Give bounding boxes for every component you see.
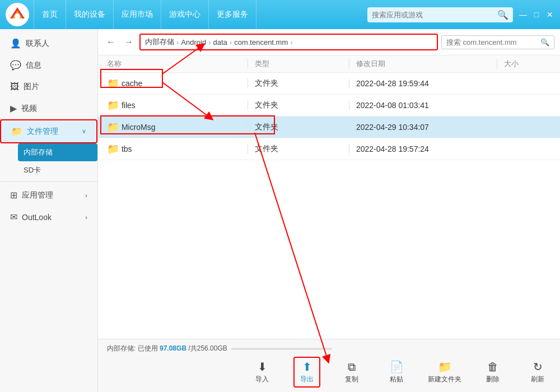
storage-bar-bg — [231, 348, 332, 350]
close-button[interactable]: ✕ — [545, 10, 554, 19]
delete-button[interactable]: 🗑 删除 — [479, 361, 506, 384]
file-search[interactable]: 🔍 — [441, 35, 554, 49]
messages-icon: 💬 — [10, 60, 21, 71]
table-row[interactable]: 📁 files 文件夹 2022-04-08 01:03:41 — [98, 95, 560, 116]
file-type-cache: 文件夹 — [248, 78, 349, 88]
file-name-micromsg: 📁 MicroMsg — [107, 121, 248, 133]
app-logo — [6, 3, 29, 26]
sidebar: 👤 联系人 💬 信息 🖼 图片 ▶ 视频 📁 文件管理 ∨ 内部存储 SD卡 — [0, 29, 98, 392]
internal-storage-label: 内部存储 — [24, 147, 53, 157]
table-row[interactable]: 📁 cache 文件夹 2022-04-28 19:59:44 — [98, 73, 560, 95]
nav-mydevice[interactable]: 我的设备 — [66, 0, 114, 29]
top-search[interactable]: 🔍 — [367, 7, 513, 22]
newfolder-button[interactable]: 📁 新建文件夹 — [428, 360, 461, 384]
breadcrumb-internal: 内部存储 — [145, 37, 174, 47]
copy-icon: ⧉ — [348, 361, 356, 374]
paste-button[interactable]: 📄 粘贴 — [383, 360, 410, 384]
import-button[interactable]: ⬇ 导入 — [249, 360, 276, 384]
sidebar-item-filemanager[interactable]: 📁 文件管理 ∨ — [0, 119, 97, 143]
sidebar-item-videos[interactable]: ▶ 视频 — [0, 97, 97, 119]
delete-label: 删除 — [486, 375, 500, 384]
breadcrumb-package: com.tencent.mm — [234, 38, 288, 46]
sidebar-item-photos[interactable]: 🖼 图片 — [0, 76, 97, 97]
outlook-arrow: › — [85, 214, 87, 221]
storage-info: 内部存储: 已使用 97.08GB /共256.00GB — [107, 344, 551, 353]
breadcrumb-data: data — [213, 38, 227, 46]
nav-home[interactable]: 首页 — [34, 0, 66, 29]
breadcrumb[interactable]: 内部存储 › Android › data › com.tencent.mm › — [139, 34, 438, 50]
maximize-button[interactable]: □ — [532, 10, 541, 19]
top-nav: 首页 我的设备 应用市场 游戏中心 更多服务 — [34, 0, 362, 29]
sidebar-subitem-internal[interactable]: 内部存储 — [18, 143, 97, 161]
folder-icon: 📁 — [107, 77, 119, 90]
export-button[interactable]: ⬆ 导出 — [293, 357, 320, 388]
sdcard-label: SD卡 — [24, 165, 41, 175]
filemanager-arrow: ∨ — [82, 128, 86, 135]
header-type: 类型 — [248, 59, 349, 69]
file-name-tbs: 📁 tbs — [107, 143, 248, 155]
forward-button[interactable]: → — [122, 36, 136, 48]
storage-total: /共256.00GB — [188, 344, 227, 352]
filemanager-icon: 📁 — [11, 126, 22, 137]
sidebar-label-outlook: OutLook — [22, 213, 52, 222]
sidebar-sub-files: 内部存储 SD卡 — [0, 143, 97, 179]
header-name: 名称 — [107, 59, 248, 69]
export-label: 导出 — [300, 375, 314, 384]
sidebar-item-outlook[interactable]: ✉ OutLook › — [0, 206, 97, 228]
import-icon: ⬇ — [258, 360, 267, 374]
paste-icon: 📄 — [390, 360, 404, 374]
header-date: 修改日期 — [349, 59, 497, 69]
file-type-tbs: 文件夹 — [248, 144, 349, 154]
file-type-files: 文件夹 — [248, 100, 349, 110]
sidebar-label-contacts: 联系人 — [26, 39, 49, 49]
file-list: 📁 cache 文件夹 2022-04-28 19:59:44 📁 files … — [98, 73, 560, 339]
search-input[interactable] — [372, 11, 497, 19]
folder-icon: 📁 — [107, 99, 119, 111]
file-search-icon: 🔍 — [540, 38, 549, 46]
contacts-icon: 👤 — [10, 38, 21, 49]
bottombar: 内部存储: 已使用 97.08GB /共256.00GB ⬇ 导入 ⬆ 导出 — [98, 339, 560, 392]
back-button[interactable]: ← — [104, 36, 118, 48]
sidebar-label-filemanager: 文件管理 — [27, 127, 58, 137]
file-list-header: 名称 类型 修改日期 大小 — [98, 55, 560, 73]
copy-button[interactable]: ⧉ 复制 — [338, 361, 365, 384]
file-name-cache: 📁 cache — [107, 77, 248, 90]
nav-gamecenter[interactable]: 游戏中心 — [161, 0, 209, 29]
file-type-micromsg: 文件夹 — [248, 122, 349, 132]
videos-icon: ▶ — [10, 103, 17, 114]
sidebar-label-videos: 视频 — [21, 104, 37, 114]
file-date-tbs: 2022-04-28 19:57:24 — [349, 144, 497, 153]
sidebar-subitem-sdcard[interactable]: SD卡 — [18, 161, 97, 179]
breadcrumb-android: Android — [181, 38, 206, 46]
sidebar-item-appmanage[interactable]: ⊞ 应用管理 › — [0, 184, 97, 206]
appmanage-arrow: › — [85, 192, 87, 199]
refresh-button[interactable]: ↻ 刷新 — [524, 360, 551, 384]
appmanage-icon: ⊞ — [10, 190, 17, 200]
newfolder-label: 新建文件夹 — [428, 375, 461, 384]
topbar: 首页 我的设备 应用市场 游戏中心 更多服务 🔍 — □ ✕ — [0, 0, 560, 29]
sidebar-label-messages: 信息 — [26, 60, 41, 71]
import-label: 导入 — [255, 375, 269, 384]
action-bar: ⬇ 导入 ⬆ 导出 ⧉ 复制 📄 粘贴 — [107, 357, 551, 388]
folder-icon: 📁 — [107, 121, 119, 133]
pathbar: ← → 内部存储 › Android › data › com.tencent.… — [98, 29, 560, 55]
refresh-label: 刷新 — [531, 375, 544, 384]
minimize-button[interactable]: — — [519, 10, 528, 19]
folder-icon: 📁 — [107, 143, 119, 155]
main-layout: 👤 联系人 💬 信息 🖼 图片 ▶ 视频 📁 文件管理 ∨ 内部存储 SD卡 — [0, 29, 560, 392]
sidebar-item-contacts[interactable]: 👤 联系人 — [0, 32, 97, 54]
table-row[interactable]: 📁 tbs 文件夹 2022-04-28 19:57:24 — [98, 138, 560, 160]
search-icon: 🔍 — [497, 10, 508, 20]
sidebar-item-messages[interactable]: 💬 信息 — [0, 54, 97, 76]
storage-used: 97.08GB — [160, 344, 186, 352]
table-row[interactable]: 📁 MicroMsg 文件夹 2022-04-29 10:34:07 — [98, 116, 560, 138]
content-wrapper: ← → 内部存储 › Android › data › com.tencent.… — [98, 29, 560, 392]
file-date-micromsg: 2022-04-29 10:34:07 — [349, 123, 497, 132]
nav-appmarket[interactable]: 应用市场 — [114, 0, 161, 29]
refresh-icon: ↻ — [533, 360, 543, 374]
delete-icon: 🗑 — [487, 361, 498, 374]
copy-label: 复制 — [345, 375, 358, 384]
file-search-input[interactable] — [446, 38, 540, 46]
file-date-cache: 2022-04-28 19:59:44 — [349, 79, 497, 88]
nav-moreservices[interactable]: 更多服务 — [209, 0, 256, 29]
